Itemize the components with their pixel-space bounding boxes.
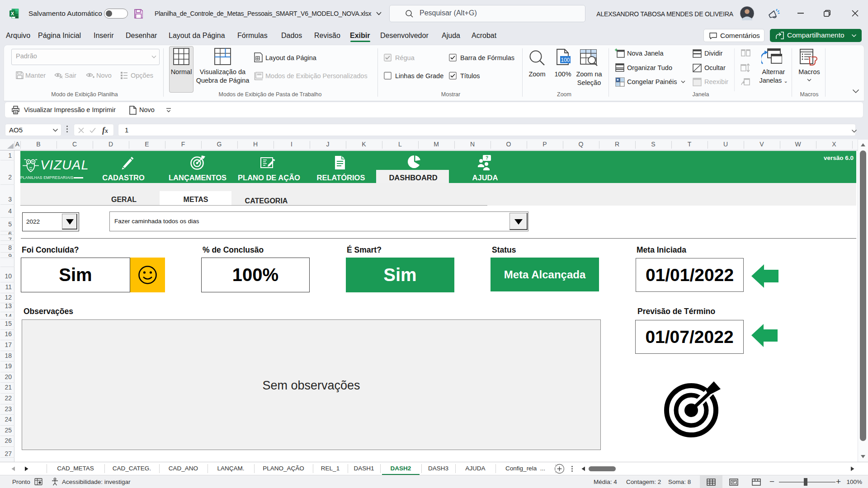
svg-text:X: X (11, 11, 14, 16)
svg-text:?: ? (486, 155, 488, 160)
svg-text:100: 100 (561, 57, 570, 63)
